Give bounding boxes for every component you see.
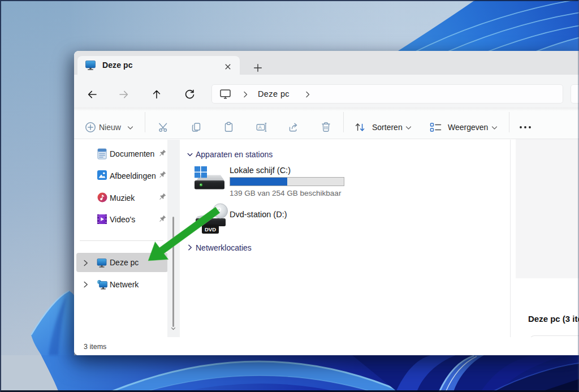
svg-text:A: A: [258, 124, 262, 130]
